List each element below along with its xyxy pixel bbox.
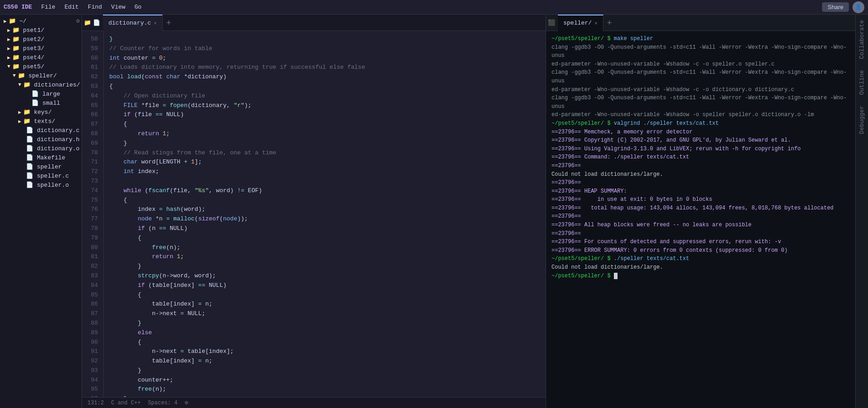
terminal-panel: ⬛ speller/ ✕ + ~/pset5/speller/ $ make s… (546, 15, 855, 408)
file-icon: 📄 (26, 145, 33, 152)
sidebar-item-pset1[interactable]: ▶ 📁 pset1/ (0, 26, 82, 35)
file-icon (24, 100, 30, 106)
file-icon (18, 146, 24, 151)
chevron-right-icon: ▶ (7, 27, 10, 33)
terminal-icon: ⬛ (548, 19, 555, 26)
sidebar-item-speller-c[interactable]: 📄 speller.c (0, 171, 82, 180)
gear-icon[interactable]: ⚙ (76, 17, 80, 25)
file-icon: 📄 (31, 90, 39, 97)
sidebar-item-pset5[interactable]: ▼ 📁 pset5/ (0, 62, 82, 71)
tab-label: dictionary.c (108, 20, 151, 26)
sidebar-item-texts[interactable]: ▶ 📁 texts/ (0, 117, 82, 126)
terminal-tab-label: speller/ (563, 20, 592, 26)
collaborate-panel-button[interactable]: Collaborate (857, 18, 867, 61)
sidebar-item-label: pset5/ (20, 63, 45, 70)
sidebar-item-root[interactable]: ▶ 📁 ~/ ⚙ (0, 16, 82, 26)
menu-view[interactable]: View (107, 3, 129, 11)
folder-icon: 📁 (12, 36, 20, 43)
sidebar-item-makefile[interactable]: 📄 Makefile (0, 153, 82, 162)
tab-speller[interactable]: speller/ ✕ (558, 15, 603, 31)
sidebar-item-small[interactable]: 📄 small (0, 98, 82, 107)
sidebar-item-pset4[interactable]: ▶ 📁 pset4/ (0, 53, 82, 62)
sidebar-item-dictionary-c[interactable]: 📄 dictionary.c (0, 126, 82, 135)
menu-go[interactable]: Go (131, 3, 145, 11)
sidebar-item-label: large (39, 91, 60, 97)
folder-icon: 📁 (23, 81, 31, 88)
close-icon[interactable]: ✕ (154, 20, 157, 26)
chevron-down-icon: ▼ (18, 82, 21, 87)
tab-dictionary-c[interactable]: dictionary.c ✕ (103, 15, 163, 31)
sidebar-item-label: pset2/ (20, 36, 45, 43)
sidebar-item-label: pset4/ (20, 54, 45, 61)
file-icon: 📄 (26, 136, 33, 143)
menu-edit[interactable]: Edit (61, 3, 82, 11)
file-icon: 📄 (26, 127, 33, 134)
file-icon (18, 164, 24, 169)
outline-panel-button[interactable]: Outline (857, 68, 867, 97)
sidebar-item-label: speller.o (33, 182, 69, 189)
code-editor[interactable]: 5859606162 6364656667 6869707172 7374757… (82, 31, 546, 397)
sidebar-item-label: ~/ (16, 18, 26, 25)
sidebar-item-label: keys/ (31, 109, 52, 116)
folder-icon: 📁 (12, 54, 20, 61)
sidebar-item-label: speller.c (33, 173, 69, 179)
file-icon: 📄 (26, 172, 33, 179)
chevron-right-icon: ▶ (4, 18, 7, 24)
folder-icon: 📁 (18, 72, 25, 79)
editor-tab-bar: 📁 📄 dictionary.c ✕ + (82, 15, 546, 31)
sidebar-item-speller-o[interactable]: 📄 speller.o (0, 180, 82, 189)
chevron-down-icon: ▼ (7, 64, 10, 69)
chevron-right-icon: ▶ (18, 118, 21, 124)
file-icon (24, 91, 30, 97)
sidebar-item-label: speller (33, 163, 61, 170)
folder-icon: 📁 (12, 63, 20, 70)
sidebar-item-speller[interactable]: ▼ 📁 speller/ (0, 71, 82, 80)
sidebar-item-dictionary-o[interactable]: 📄 dictionary.o (0, 144, 82, 153)
avatar: 👤 (853, 1, 864, 13)
sidebar-item-label: texts/ (31, 118, 56, 125)
chevron-down-icon: ▼ (13, 73, 16, 78)
debugger-panel-button[interactable]: Debugger (857, 104, 867, 136)
file-icon: 📄 (31, 99, 39, 107)
add-tab-button[interactable]: + (163, 19, 174, 27)
sidebar-item-speller-bin[interactable]: 📄 speller (0, 162, 82, 171)
chevron-right-icon: ▶ (7, 55, 10, 61)
sidebar-item-pset2[interactable]: ▶ 📁 pset2/ (0, 35, 82, 44)
sidebar-item-label: dictionary.c (33, 127, 79, 134)
share-button[interactable]: Share (822, 2, 849, 12)
chevron-right-icon: ▶ (18, 109, 21, 115)
sidebar-item-keys[interactable]: ▶ 📁 keys/ (0, 107, 82, 117)
chevron-right-icon: ▶ (7, 46, 10, 51)
sidebar-item-label: dictionaries/ (31, 82, 80, 88)
folder-icon: 📁 (84, 19, 91, 26)
line-numbers: 5859606162 6364656667 6869707172 7374757… (82, 31, 104, 397)
folder-icon: 📁 (12, 45, 20, 52)
menubar-right: Share 👤 (822, 1, 864, 13)
right-sidebar: Collaborate Outline Debugger (855, 15, 868, 408)
settings-gear-icon[interactable]: ⚙ (185, 399, 188, 406)
sidebar-item-label: dictionary.o (33, 145, 79, 152)
sidebar-item-dictionaries[interactable]: ▼ 📁 dictionaries/ (0, 80, 82, 89)
menubar: CS50 IDE File Edit Find View Go Share 👤 (0, 0, 868, 15)
sidebar-item-label: speller/ (25, 72, 57, 79)
code-content[interactable]: } // Counter for words in table int coun… (104, 31, 546, 397)
terminal-content[interactable]: ~/pset5/speller/ $ make speller clang -g… (546, 31, 855, 408)
sidebar-item-pset3[interactable]: ▶ 📁 pset3/ (0, 44, 82, 53)
terminal-tab-bar: ⬛ speller/ ✕ + (546, 15, 855, 31)
file-icon: 📄 (26, 181, 33, 189)
menu-find[interactable]: Find (84, 3, 106, 11)
file-icon: 📄 (26, 163, 33, 170)
sidebar-item-large[interactable]: 📄 large (0, 89, 82, 98)
folder-icon: 📁 (23, 108, 31, 116)
status-bar: 131:2 C and C++ Spaces: 4 ⚙ (82, 397, 546, 408)
cursor-position: 131:2 (87, 400, 104, 406)
file-icon (18, 155, 24, 160)
sidebar-item-label: pset1/ (20, 27, 45, 34)
add-terminal-tab-button[interactable]: + (604, 19, 615, 27)
close-icon[interactable]: ✕ (594, 20, 597, 26)
menu-file[interactable]: File (37, 3, 59, 11)
sidebar-item-label: dictionary.h (33, 136, 79, 143)
sidebar-item-dictionary-h[interactable]: 📄 dictionary.h (0, 135, 82, 144)
file-icon: 📄 (26, 154, 33, 161)
editor-area: 📁 📄 dictionary.c ✕ + 5859606162 63646566… (82, 15, 546, 408)
